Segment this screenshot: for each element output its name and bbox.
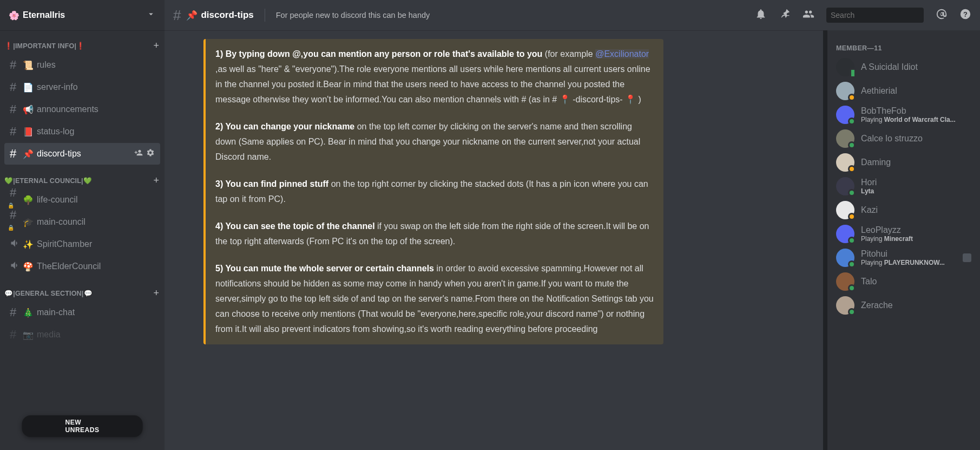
- mentions-icon[interactable]: [936, 8, 948, 22]
- channel-announcements[interactable]: #📢announcements: [4, 99, 160, 120]
- member-pitohui[interactable]: PitohuiPlaying PLAYERUNKNOW...: [832, 246, 976, 270]
- avatar: [836, 249, 854, 267]
- search-box[interactable]: [826, 8, 924, 23]
- channel-title: discord-tips: [201, 10, 253, 21]
- avatar: [836, 82, 854, 100]
- new-unreads-pill[interactable]: NEW UNREADS: [22, 415, 143, 437]
- rich-presence-icon: [963, 253, 971, 262]
- category-header[interactable]: 💚|ETERNAL COUNCIL|💚+: [0, 165, 165, 188]
- tip1-bold: 1) By typing down @,you can mention any …: [215, 49, 542, 58]
- status-idle-icon: [848, 165, 856, 173]
- hash-icon: #: [10, 80, 23, 94]
- add-channel-icon[interactable]: +: [153, 288, 159, 299]
- add-channel-icon[interactable]: +: [153, 175, 159, 186]
- status-online-icon: [848, 260, 856, 268]
- status-online-icon: [848, 284, 856, 292]
- hash-icon: #: [173, 7, 181, 24]
- add-channel-icon[interactable]: +: [153, 40, 159, 51]
- search-input[interactable]: [831, 11, 925, 19]
- hash-icon: #: [10, 147, 23, 161]
- avatar: [836, 129, 854, 148]
- main-area: # 📌 discord-tips For people new to disco…: [165, 0, 980, 450]
- pin-icon[interactable]: [779, 8, 791, 22]
- server-icon: 🌸: [9, 10, 19, 21]
- member-zerache[interactable]: Zerache: [832, 294, 976, 317]
- tip4-bold: 4) You can see the topic of the channel: [215, 221, 375, 231]
- category-header[interactable]: ❗|IMPORTANT INFO|❗+: [0, 30, 165, 54]
- avatar: [836, 296, 854, 315]
- channel-main-council[interactable]: #🔒🎓main-council: [4, 211, 160, 233]
- member-kazi[interactable]: Kazi: [832, 198, 976, 222]
- bell-icon[interactable]: [755, 8, 767, 22]
- member-calce-lo-struzzo[interactable]: Calce lo struzzo: [832, 127, 976, 151]
- avatar: [836, 106, 854, 124]
- svg-text:?: ?: [963, 10, 968, 18]
- speaker-icon: [10, 260, 23, 273]
- channel-main-chat[interactable]: #🎄main-chat: [4, 302, 160, 323]
- tip3-bold: 3) You can find pinned stuff: [215, 179, 328, 188]
- tip5-bold: 5) You can mute the whole server or cert…: [215, 264, 434, 273]
- status-online-icon: [848, 237, 856, 244]
- invite-icon[interactable]: [134, 148, 143, 159]
- channel-list[interactable]: ❗|IMPORTANT INFO|❗+#📜rules#📄server-info#…: [0, 30, 165, 450]
- channel-title-icon: 📌: [186, 10, 198, 21]
- avatar: [836, 177, 854, 195]
- hash-icon: #: [10, 328, 23, 342]
- status-idle-icon: [848, 94, 856, 101]
- status-online-icon: [848, 189, 856, 197]
- avatar: [836, 272, 854, 291]
- channel-sidebar: 🌸 EternalIris ❗|IMPORTANT INFO|❗+#📜rules…: [0, 0, 165, 450]
- member-hori[interactable]: HoriLyta: [832, 174, 976, 198]
- avatar: [836, 58, 854, 76]
- member-aethierial[interactable]: Aethierial: [832, 79, 976, 103]
- tip2-bold: 2) You can change your nickname: [215, 122, 354, 131]
- category-header[interactable]: 💬|GENERAL SECTION|💬+: [0, 278, 165, 301]
- server-header[interactable]: 🌸 EternalIris: [0, 0, 165, 30]
- scrollbar[interactable]: [823, 30, 827, 450]
- member-group-header: MEMBER—11: [832, 39, 976, 55]
- hash-icon: #: [10, 125, 23, 139]
- tips-embed: 1) By typing down @,you can mention any …: [203, 39, 663, 344]
- channel-rules[interactable]: #📜rules: [4, 54, 160, 76]
- chevron-down-icon: [146, 9, 156, 21]
- channel-media[interactable]: #📷media: [4, 324, 160, 345]
- member-talo[interactable]: Talo: [832, 270, 976, 294]
- speaker-icon: [10, 238, 23, 251]
- member-a-suicidal-idiot[interactable]: A Suicidal Idiot: [832, 55, 976, 79]
- avatar: [836, 153, 854, 172]
- status-online-icon: [848, 118, 856, 125]
- channel-topic[interactable]: For people new to discord this can be ha…: [276, 11, 749, 19]
- hash-icon: #: [10, 102, 23, 116]
- member-daming[interactable]: Daming: [832, 151, 976, 174]
- status-online-icon: [848, 141, 856, 149]
- member-leoplayzz[interactable]: LeoPlayzzPlaying Minecraft: [832, 222, 976, 246]
- hash-icon: #🔒: [10, 208, 23, 236]
- channel-status-log[interactable]: #📕status-log: [4, 121, 160, 142]
- avatar: [836, 225, 854, 243]
- channel-SpiritChamber[interactable]: ✨SpiritChamber: [4, 233, 160, 255]
- channel-life-council[interactable]: #🔒🌳life-council: [4, 189, 160, 211]
- server-name: EternalIris: [23, 10, 65, 20]
- help-icon[interactable]: ?: [959, 8, 971, 22]
- channel-TheElderCouncil[interactable]: 🍄TheElderCouncil: [4, 256, 160, 277]
- member-list: MEMBER—11 A Suicidal IdiotAethierialBobT…: [827, 30, 980, 450]
- channel-server-info[interactable]: #📄server-info: [4, 76, 160, 98]
- status-idle-icon: [848, 213, 856, 220]
- topbar-toolbar: ?: [755, 8, 971, 23]
- topbar-divider: [265, 9, 265, 22]
- channel-discord-tips[interactable]: #📌discord-tips: [4, 143, 160, 165]
- user-mention[interactable]: @Excilionator: [595, 49, 649, 58]
- hash-icon: #: [10, 305, 23, 319]
- status-online-icon: [848, 308, 856, 316]
- members-icon[interactable]: [803, 8, 814, 22]
- gear-icon[interactable]: [146, 148, 155, 159]
- message-area[interactable]: 1) By typing down @,you can mention any …: [165, 30, 823, 450]
- channel-topbar: # 📌 discord-tips For people new to disco…: [165, 0, 980, 30]
- member-bobthefob[interactable]: BobTheFobPlaying World of Warcraft Cla..…: [832, 103, 976, 127]
- hash-icon: #: [10, 58, 23, 72]
- avatar: [836, 201, 854, 219]
- status-mobile-icon: [850, 68, 856, 78]
